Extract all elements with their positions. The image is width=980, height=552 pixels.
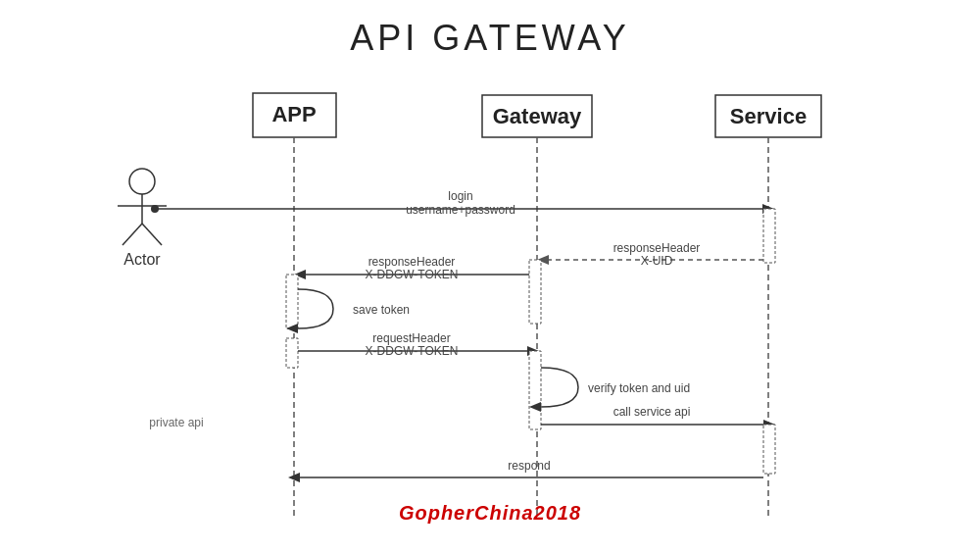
sequence-diagram: APP Gateway Service Actor login usernam [0,0,980,552]
app-activation1 [286,275,298,328]
msg1-label1: login [448,189,472,203]
actor-head [129,169,155,194]
save-token-loop [298,289,333,328]
private-api-label: private api [149,416,203,429]
service-activation2 [763,425,775,474]
actor-leg-right [142,224,162,245]
gateway-activation2 [529,351,541,429]
verify-loop [541,368,578,407]
msg3-label2: X-DDGW-TOKEN [366,268,459,281]
msg5-label1: requestHeader [372,331,450,345]
diagram: API GATEWAY APP Gateway Service Actor [0,0,980,552]
msg8-label: respond [508,459,550,473]
actor-label: Actor [123,251,161,268]
gateway-label: Gateway [493,104,582,128]
msg2-label2: X-UID [641,254,673,268]
actor-leg-left [122,224,142,245]
verify-label: verify token and uid [588,381,690,395]
msg7-label: call service api [613,405,691,419]
app-label: APP [271,102,316,126]
service-activation1 [763,209,775,263]
service-label: Service [730,104,807,128]
msg3-label1: responseHeader [368,255,456,269]
msg2-label1: responseHeader [613,241,701,255]
msg1-label2: username+password [406,203,515,217]
msg5-label2: X-DDGW-TOKEN [366,344,459,358]
app-activation2 [286,338,298,368]
save-token-label: save token [353,303,410,317]
gateway-activation1 [529,260,541,324]
watermark: GopherChina2018 [399,502,581,525]
